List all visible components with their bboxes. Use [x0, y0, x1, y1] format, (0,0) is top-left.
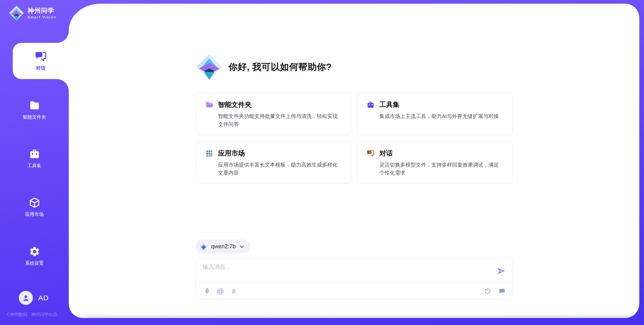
paperclip-icon[interactable] [203, 286, 211, 295]
cube-icon [29, 197, 40, 208]
card-title: 对话 [379, 149, 393, 158]
folder-open-icon [205, 101, 213, 109]
brand-gem-icon [200, 243, 208, 251]
sidebar-item-label: 应用市场 [25, 211, 44, 217]
card-toolset[interactable]: 工具集 集成市场上主流工具，助力AI与外界无缝扩展与对接 [357, 93, 513, 135]
grid-icon [205, 149, 213, 157]
folder-icon [29, 100, 40, 111]
card-app-market[interactable]: 应用市场 应用市场提供丰富长文本模板，助力高效生成多样化文章内容 [196, 141, 351, 184]
greeting-text: 你好, 我可以如何帮助你? [228, 61, 332, 73]
card-title: 智能文件夹 [218, 100, 252, 109]
copyright-footer: ©神州数码 · 神州问学出品 [0, 312, 64, 318]
sidebar-item-chat[interactable]: 对话 [13, 43, 69, 79]
model-selector[interactable]: qwen2:7b [196, 240, 251, 253]
app-logo: 神州问学 Smart Vision [9, 5, 56, 21]
greeting: 你好, 我可以如何帮助你? [196, 53, 513, 81]
card-description: 集成市场上主流工具，助力AI与外界无缝扩展与对接 [379, 112, 503, 120]
app-subtitle: Smart Vision [28, 15, 56, 19]
brand-gem-icon [196, 53, 223, 81]
card-title: 工具集 [379, 100, 399, 109]
chat-icon [35, 51, 47, 63]
composer: qwen2:7b [196, 240, 513, 300]
sidebar-item-label: 智能文件夹 [23, 114, 46, 120]
feature-cards: 智能文件夹 智能文件夹功能支持批量文件上传与清洗，轻松实现文件问答 工具集 集成… [196, 93, 513, 184]
send-button[interactable] [495, 266, 507, 277]
card-chat[interactable]: 对话 灵活切换多模型文件，支持多样回复效果调试，满足个性化需求 [357, 141, 513, 184]
toolbox-icon [29, 148, 40, 160]
sidebar-item-label: 工具集 [28, 163, 42, 169]
card-smart-folder[interactable]: 智能文件夹 智能文件夹功能支持批量文件上传与清洗，轻松实现文件问答 [196, 93, 351, 135]
card-description: 灵活切换多模型文件，支持多样回复效果调试，满足个性化需求 [379, 161, 503, 177]
sidebar-item-smart-folder[interactable]: 智能文件夹 [0, 97, 69, 122]
sidebar-item-app-market[interactable]: 应用市场 [0, 195, 69, 219]
sidebar-item-label: 系统设置 [25, 260, 44, 266]
card-description: 智能文件夹功能支持批量文件上传与清洗，轻松实现文件问答 [218, 112, 342, 128]
at-icon[interactable]: @ [216, 286, 225, 295]
card-description: 应用市场提供丰富长文本模板，助力高效生成多样化文章内容 [218, 161, 342, 177]
history-icon[interactable] [483, 286, 492, 295]
brand-gem-icon [9, 5, 24, 21]
message-input-box: @ # [196, 258, 513, 300]
horizontal-scrollbar[interactable] [69, 315, 639, 318]
message-input[interactable] [203, 263, 495, 278]
send-icon [496, 266, 506, 276]
sidebar-item-label: 对话 [36, 65, 46, 71]
sidebar-item-settings[interactable]: 系统设置 [0, 244, 69, 268]
avatar [19, 291, 33, 305]
person-icon [21, 294, 30, 302]
hash-icon[interactable]: # [229, 286, 238, 295]
toolbox-icon [367, 101, 375, 109]
message-icon[interactable] [497, 286, 506, 295]
chat-icon [367, 149, 375, 157]
user-name: AD [38, 294, 49, 302]
sidebar: 神州问学 Smart Vision 对话 智能文件夹 工具集 应用市场 [0, 0, 69, 325]
user-account[interactable]: AD [19, 291, 49, 305]
model-name: qwen2:7b [211, 243, 236, 250]
chevron-down-icon [239, 244, 245, 249]
app-title: 神州问学 [28, 7, 56, 14]
gear-icon [29, 246, 40, 257]
card-title: 应用市场 [218, 149, 245, 158]
main-panel: 你好, 我可以如何帮助你? 智能文件夹 智能文件夹功能支持批量文件上传与清洗，轻… [69, 4, 639, 318]
sidebar-item-toolset[interactable]: 工具集 [0, 146, 69, 171]
